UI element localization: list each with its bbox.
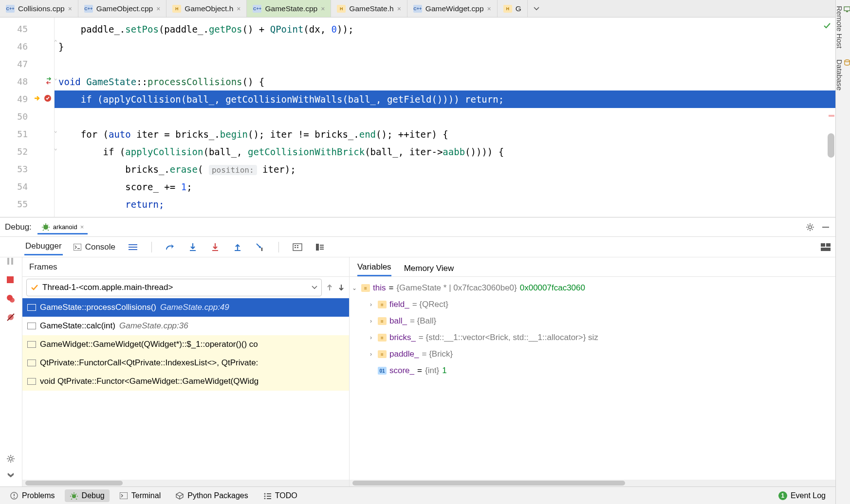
svg-rect-30	[7, 276, 14, 283]
remote-host-label: Remote Host	[835, 6, 844, 49]
scrollbar-thumb[interactable]	[25, 481, 123, 486]
scrollbar-thumb[interactable]	[352, 481, 625, 486]
close-icon[interactable]: ×	[487, 5, 491, 13]
problems-button[interactable]: Problems	[5, 489, 60, 502]
terminal-icon	[119, 491, 128, 500]
tab-gameobject-h[interactable]: HGameObject.h×	[166, 0, 247, 17]
prev-frame-icon[interactable]	[326, 283, 333, 292]
expand-icon[interactable]: ›	[367, 318, 375, 324]
more-tabs-button[interactable]	[528, 0, 545, 17]
remote-host-tab[interactable]: Remote Host	[834, 4, 850, 51]
variables-tree[interactable]: ⌄≡ this = {GameState * | 0x7fcac3060be0}…	[350, 277, 835, 480]
editor-scrollbar-thumb[interactable]	[828, 133, 834, 158]
terminal-button[interactable]: Terminal	[114, 489, 166, 502]
more-icon[interactable]	[6, 473, 16, 483]
trace-icon[interactable]	[314, 241, 326, 253]
variables-scrollbar[interactable]	[350, 480, 835, 486]
thread-dump-icon[interactable]	[127, 241, 139, 253]
fold-open-icon[interactable]: ⌄	[54, 127, 57, 134]
frames-list[interactable]: GameState::processCollisions() GameState…	[22, 298, 349, 480]
svg-point-41	[264, 493, 265, 494]
frame-function: void QtPrivate::Functor<GameWidget::Game…	[40, 377, 259, 386]
close-icon[interactable]: ×	[68, 5, 72, 13]
svg-rect-37	[14, 494, 15, 496]
force-step-into-icon[interactable]	[209, 241, 221, 253]
fold-close-icon[interactable]: ⌃	[54, 39, 57, 45]
run-config-tab[interactable]: arkanoid ×	[37, 222, 88, 234]
settings-icon[interactable]	[6, 454, 16, 464]
stack-frame[interactable]: GameState::calc(int) GameState.cpp:36	[22, 317, 349, 335]
terminal-label: Terminal	[131, 491, 161, 500]
close-icon[interactable]: ×	[156, 5, 160, 13]
event-log-button[interactable]: 1 Event Log	[774, 489, 831, 502]
stack-frame[interactable]: GameWidget::GameWidget(QWidget*)::$_1::o…	[22, 335, 349, 354]
thread-selector[interactable]: Thread-1-<com.apple.main-thread>	[26, 279, 322, 296]
debugger-tab[interactable]: Debugger	[24, 238, 63, 255]
tab-gamewidget-cpp[interactable]: C++GameWidget.cpp×	[407, 0, 498, 17]
console-tab[interactable]: Console	[74, 239, 116, 255]
fold-open-icon[interactable]: ⌄	[54, 75, 57, 81]
breakpoint-icon[interactable]	[43, 93, 52, 103]
close-icon[interactable]: ×	[397, 5, 401, 13]
stack-frame[interactable]: void QtPrivate::Functor<GameWidget::Game…	[22, 372, 349, 391]
close-icon[interactable]: ×	[80, 223, 84, 231]
code-area[interactable]: ⌃ ⌄ ⌄ ⌄ paddle_.setPos(paddle_.getPos() …	[55, 18, 835, 217]
variable-row[interactable]: 01 score_ = {int} 1	[351, 362, 834, 379]
variables-tab[interactable]: Variables	[357, 262, 391, 276]
layout-settings-icon[interactable]	[820, 241, 832, 253]
step-over-icon[interactable]	[165, 241, 176, 253]
evaluate-expression-icon[interactable]	[292, 241, 303, 253]
memory-view-tab[interactable]: Memory View	[404, 264, 454, 276]
stack-frame[interactable]: GameState::processCollisions() GameState…	[22, 298, 349, 317]
step-into-icon[interactable]	[187, 241, 199, 253]
step-out-icon[interactable]	[232, 241, 243, 253]
svg-rect-0	[844, 7, 850, 11]
todo-button[interactable]: TODO	[258, 489, 302, 502]
database-icon	[844, 59, 850, 66]
code-line: score_ += 1;	[55, 178, 835, 196]
mute-breakpoints-icon[interactable]	[6, 313, 16, 323]
expand-icon[interactable]: ›	[367, 351, 375, 358]
view-breakpoints-icon[interactable]	[6, 294, 16, 304]
object-icon: ≡	[378, 317, 387, 325]
frames-pane: Frames Thread-1-<com.apple.main-thread> …	[22, 257, 350, 486]
error-stripe-marker[interactable]	[829, 115, 834, 117]
tab-label: GameWidget.cpp	[425, 4, 484, 13]
python-packages-button[interactable]: Python Packages	[170, 489, 253, 502]
expand-icon[interactable]: ›	[367, 301, 375, 308]
pause-icon[interactable]	[6, 257, 16, 267]
frames-scrollbar[interactable]	[22, 480, 349, 486]
debug-button[interactable]: Debug	[65, 489, 110, 502]
variable-row[interactable]: ›≡ paddle_ = {Brick}	[351, 346, 834, 362]
minimize-icon[interactable]	[821, 222, 831, 232]
expand-icon[interactable]: ›	[367, 334, 375, 341]
vcs-change-marker	[30, 76, 52, 86]
stop-icon[interactable]	[6, 276, 16, 286]
inspection-ok-icon[interactable]	[823, 21, 832, 30]
fold-open-icon[interactable]: ⌄	[54, 145, 57, 151]
variable-row[interactable]: ›≡ bricks_ = {std::__1::vector<Brick, st…	[351, 329, 834, 346]
close-icon[interactable]: ×	[321, 5, 325, 13]
code-editor[interactable]: 45 46 47 48 49 50 51 52 53 54 55 ⌃ ⌄ ⌄ ⌄…	[0, 18, 835, 217]
database-tab[interactable]: Database	[834, 57, 850, 92]
tab-truncated[interactable]: HG	[498, 0, 528, 17]
close-icon[interactable]: ×	[237, 5, 240, 13]
variable-row[interactable]: ⌄≡ this = {GameState * | 0x7fcac3060be0}…	[351, 280, 834, 296]
variable-row[interactable]: ›≡ ball_ = {Ball}	[351, 313, 834, 329]
next-frame-icon[interactable]	[337, 283, 345, 292]
current-execution-line: if (applyCollision(ball_, getCollisionWi…	[55, 90, 835, 108]
variable-row[interactable]: ›≡ field_ = {QRect}	[351, 296, 834, 313]
tab-gameobject-cpp[interactable]: C++GameObject.cpp×	[78, 0, 167, 17]
debug-header: Debug: arkanoid ×	[0, 217, 835, 237]
run-to-cursor-icon[interactable]	[254, 241, 266, 253]
tab-gamestate-h[interactable]: HGameState.h×	[331, 0, 407, 17]
expand-icon[interactable]: ⌄	[351, 285, 358, 291]
stack-frame[interactable]: QtPrivate::FunctorCall<QtPrivate::Indexe…	[22, 354, 349, 372]
svg-rect-15	[261, 248, 262, 251]
tab-gamestate-cpp[interactable]: C++GameState.cpp×	[247, 0, 331, 17]
svg-rect-17	[295, 245, 296, 246]
svg-rect-18	[297, 245, 298, 246]
settings-icon[interactable]	[805, 222, 815, 232]
h-file-icon: H	[337, 5, 346, 13]
tab-collisions-cpp[interactable]: C++Collisions.cpp×	[0, 0, 78, 17]
